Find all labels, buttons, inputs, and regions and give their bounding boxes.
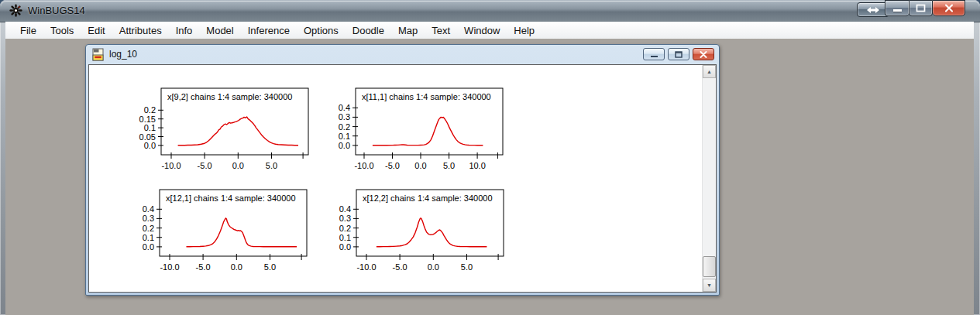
svg-text:0.0: 0.0 <box>144 141 156 150</box>
svg-text:5.0: 5.0 <box>264 262 276 272</box>
svg-text:x[11,1] chains 1:4 sample: 340: x[11,1] chains 1:4 sample: 340000 <box>362 92 491 101</box>
svg-text:0.0: 0.0 <box>339 242 351 252</box>
svg-text:x[12,2] chains 1:4 sample: 340: x[12,2] chains 1:4 sample: 340000 <box>363 193 493 203</box>
title-bar-gloss <box>1 1 979 22</box>
svg-text:0.1: 0.1 <box>339 233 351 242</box>
winbugs-main-window: WinBUGS14 FileToolsEditAttribut <box>0 0 980 315</box>
svg-text:-5.0: -5.0 <box>196 262 211 272</box>
menu-item-text[interactable]: Text <box>425 22 457 39</box>
scrollbar-thumb[interactable] <box>703 256 716 277</box>
menu-item-map[interactable]: Map <box>391 22 425 39</box>
svg-text:0.1: 0.1 <box>144 123 156 132</box>
svg-text:10.0: 10.0 <box>469 161 485 170</box>
svg-text:0.0: 0.0 <box>232 161 244 170</box>
svg-text:5.0: 5.0 <box>443 161 455 170</box>
density-plot-x9-2: x[9,2] chains 1:4 sample: 3400000.00.050… <box>122 87 324 172</box>
density-plot-x11-1: x[11,1] chains 1:4 sample: 3400000.00.10… <box>317 87 518 172</box>
scroll-down-button[interactable]: ▼ <box>703 279 716 292</box>
maximize-button[interactable] <box>909 0 933 16</box>
svg-text:-10.0: -10.0 <box>356 262 376 272</box>
window-title: WinBUGS14 <box>28 5 85 16</box>
svg-text:5.0: 5.0 <box>461 262 473 272</box>
child-close-button[interactable] <box>693 48 714 60</box>
svg-text:0.0: 0.0 <box>231 262 242 272</box>
winbugs-app-icon[interactable] <box>9 4 22 17</box>
svg-text:x[9,2] chains 1:4 sample: 3400: x[9,2] chains 1:4 sample: 340000 <box>167 92 292 101</box>
log-document-icon[interactable] <box>92 48 105 61</box>
svg-text:0.3: 0.3 <box>143 214 154 223</box>
mdi-workspace: log_10 <box>5 39 974 315</box>
close-icon <box>944 4 954 12</box>
menu-item-tools[interactable]: Tools <box>43 22 81 39</box>
child-restore-icon <box>675 51 683 58</box>
child-window-title: log_10 <box>109 49 137 60</box>
svg-text:-10.0: -10.0 <box>160 262 179 272</box>
child-close-icon <box>700 51 707 58</box>
svg-text:0.4: 0.4 <box>339 204 351 214</box>
svg-text:-10.0: -10.0 <box>161 161 181 170</box>
svg-text:0.3: 0.3 <box>339 214 351 223</box>
density-plot-x12-2: x[12,2] chains 1:4 sample: 3400000.00.10… <box>318 188 519 273</box>
svg-text:5.0: 5.0 <box>266 161 277 170</box>
svg-text:0.05: 0.05 <box>139 132 156 142</box>
child-restore-button[interactable] <box>668 48 689 60</box>
menu-item-attributes[interactable]: Attributes <box>112 22 169 39</box>
svg-text:0.2: 0.2 <box>143 224 154 233</box>
density-plot-x12-1: x[12,1] chains 1:4 sample: 3400000.00.10… <box>121 188 322 273</box>
svg-text:0.15: 0.15 <box>139 115 156 124</box>
svg-text:0.1: 0.1 <box>143 233 154 242</box>
menu-item-edit[interactable]: Edit <box>81 22 112 39</box>
svg-text:x[12,1] chains 1:4 sample: 340: x[12,1] chains 1:4 sample: 340000 <box>166 193 296 203</box>
maximize-icon <box>916 4 926 12</box>
svg-text:0.1: 0.1 <box>339 132 350 141</box>
svg-text:0.0: 0.0 <box>428 262 439 272</box>
menu-item-model[interactable]: Model <box>199 22 240 39</box>
menu-item-doodle[interactable]: Doodle <box>346 22 391 39</box>
svg-text:0.4: 0.4 <box>143 204 154 214</box>
svg-text:0.0: 0.0 <box>414 161 426 170</box>
child-title-bar[interactable]: log_10 <box>86 45 719 64</box>
close-button[interactable] <box>933 0 965 16</box>
svg-text:-5.0: -5.0 <box>385 161 400 170</box>
svg-text:0.0: 0.0 <box>143 242 154 252</box>
menu-item-file[interactable]: File <box>13 22 43 39</box>
scroll-up-button[interactable]: ▲ <box>703 65 716 78</box>
svg-text:0.2: 0.2 <box>339 224 351 233</box>
menu-item-info[interactable]: Info <box>169 22 200 39</box>
child-minimize-button[interactable] <box>643 48 665 60</box>
svg-text:-5.0: -5.0 <box>393 262 407 272</box>
svg-text:0.2: 0.2 <box>339 122 350 132</box>
svg-text:-5.0: -5.0 <box>198 161 212 170</box>
menu-item-options[interactable]: Options <box>297 22 346 39</box>
title-bar[interactable]: WinBUGS14 <box>0 0 980 22</box>
menu-item-inference[interactable]: Inference <box>241 22 297 39</box>
minimize-button[interactable] <box>885 0 909 16</box>
child-minimize-icon <box>651 56 658 57</box>
svg-text:0.3: 0.3 <box>339 112 350 122</box>
svg-text:0.2: 0.2 <box>144 105 156 115</box>
svg-text:-10.0: -10.0 <box>354 161 373 170</box>
log-document-area[interactable]: x[9,2] chains 1:4 sample: 3400000.00.050… <box>88 64 717 293</box>
child-window-log10: log_10 <box>85 44 720 296</box>
menu-item-window[interactable]: Window <box>457 22 507 39</box>
menu-item-help[interactable]: Help <box>507 22 542 39</box>
svg-text:0.0: 0.0 <box>339 141 350 150</box>
swap-arrows-icon <box>866 6 880 14</box>
minimize-icon <box>893 9 902 12</box>
vertical-scrollbar[interactable]: ▲ ▼ <box>702 65 716 292</box>
svg-text:0.4: 0.4 <box>339 103 350 112</box>
menu-bar: FileToolsEditAttributesInfoModelInferenc… <box>5 22 974 39</box>
